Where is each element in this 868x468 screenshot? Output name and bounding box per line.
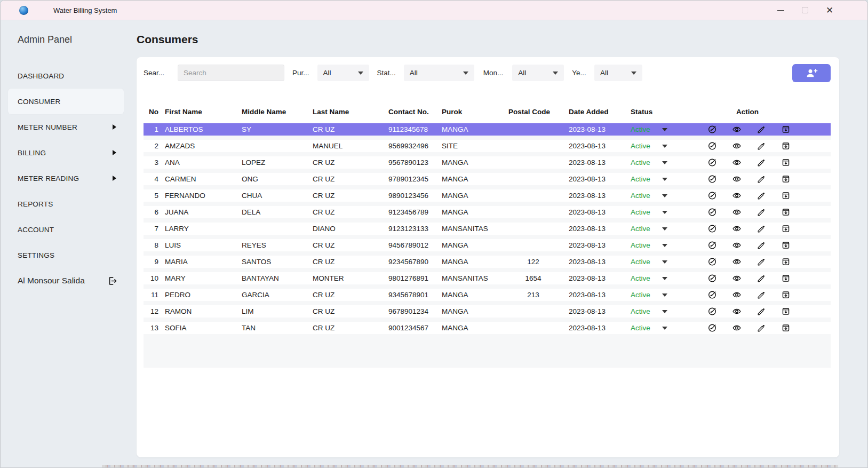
status-dropdown[interactable]: Active [631, 324, 699, 332]
table-row[interactable]: 2 AMZADS MANUEL 9569932496 SITE 2023-08-… [144, 140, 831, 156]
table-row[interactable]: 7 LARRY DIANO 9123123133 MANSANITAS 2023… [144, 223, 831, 239]
edit-pencil-icon-button[interactable] [756, 323, 766, 333]
view-eye-icon-button[interactable] [732, 141, 742, 151]
view-eye-icon-button[interactable] [732, 224, 742, 234]
view-eye-icon-button[interactable] [732, 323, 742, 333]
view-eye-icon-button[interactable] [732, 274, 742, 283]
view-eye-icon-button[interactable] [732, 241, 742, 250]
sidebar-user-logout[interactable]: Al Monsour Salida [1, 268, 124, 294]
cell-middle-name: BANTAYAN [242, 274, 313, 282]
cell-first-name: ALBERTOS [158, 125, 242, 133]
sidebar-item-dashboard[interactable]: DASHBOARD [1, 63, 124, 89]
status-dropdown[interactable]: Active [631, 307, 699, 315]
status-dropdown[interactable]: Active [631, 158, 699, 166]
view-eye-icon-button[interactable] [732, 257, 742, 267]
add-consumer-button[interactable] [792, 64, 831, 82]
table-row[interactable]: 9 MARIA SANTOS CR UZ 9234567890 MANGA 12… [144, 256, 831, 272]
meter-icon-button[interactable] [707, 158, 717, 168]
meter-icon-button[interactable] [707, 125, 717, 134]
table-row[interactable]: 4 CARMEN ONG CR UZ 9789012345 MANGA 2023… [144, 173, 831, 189]
search-input[interactable] [178, 65, 284, 81]
archive-icon-button[interactable] [781, 307, 791, 316]
archive-icon-button[interactable] [781, 141, 791, 151]
status-dropdown[interactable]: Active [631, 274, 699, 282]
meter-icon-button[interactable] [707, 241, 717, 250]
table-row[interactable]: 11 PEDRO GARCIA CR UZ 9345678901 MANGA 2… [144, 289, 831, 305]
edit-pencil-icon-button[interactable] [756, 307, 766, 316]
archive-icon-button[interactable] [781, 323, 791, 333]
table-row[interactable]: 3 ANA LOPEZ CR UZ 9567890123 MANGA 2023-… [144, 156, 831, 173]
meter-icon-button[interactable] [707, 307, 717, 316]
sidebar-item-reports[interactable]: REPORTS [1, 191, 124, 217]
status-dropdown[interactable]: Active [631, 142, 699, 150]
edit-pencil-icon-button[interactable] [756, 125, 766, 134]
archive-icon-button[interactable] [781, 158, 791, 168]
edit-pencil-icon-button[interactable] [756, 141, 766, 151]
meter-icon-button[interactable] [707, 174, 717, 184]
edit-pencil-icon-button[interactable] [756, 274, 766, 283]
table-row[interactable]: 1 ALBERTOS SY CR UZ 9112345678 MANGA 202… [144, 123, 831, 140]
edit-pencil-icon-button[interactable] [756, 241, 766, 250]
table-row[interactable]: 5 FERNANDO CHUA CR UZ 9890123456 MANGA 2… [144, 189, 831, 206]
archive-icon-button[interactable] [781, 191, 791, 201]
archive-icon-button[interactable] [781, 174, 791, 184]
status-dropdown[interactable]: Active [631, 241, 699, 249]
meter-icon-button[interactable] [707, 191, 717, 201]
meter-icon-button[interactable] [707, 290, 717, 300]
meter-icon-button[interactable] [707, 208, 717, 217]
view-eye-icon-button[interactable] [732, 307, 742, 316]
view-eye-icon-button[interactable] [732, 208, 742, 217]
close-button[interactable]: ✕ [817, 1, 842, 19]
archive-icon-button[interactable] [781, 224, 791, 234]
status-dropdown[interactable]: Active [631, 192, 699, 200]
table-row[interactable]: 13 SOFIA TAN CR UZ 9001234567 MANGA 2023… [144, 322, 831, 338]
edit-pencil-icon-button[interactable] [756, 224, 766, 234]
sidebar-item-consumer[interactable]: CONSUMER [8, 89, 124, 114]
table-row[interactable]: 6 JUANA DELA CR UZ 9123456789 MANGA 2023… [144, 206, 831, 223]
meter-icon-button[interactable] [707, 224, 717, 234]
edit-pencil-icon-button[interactable] [756, 257, 766, 267]
archive-icon-button[interactable] [781, 241, 791, 250]
edit-pencil-icon-button[interactable] [756, 208, 766, 217]
archive-icon-button[interactable] [781, 125, 791, 134]
sidebar-item-billing[interactable]: BILLING [1, 140, 124, 165]
sidebar-item-meter-reading[interactable]: METER READING [1, 165, 124, 191]
status-dropdown[interactable]: Active [631, 225, 699, 233]
sidebar-item-meter-number[interactable]: METER NUMBER [1, 114, 124, 140]
edit-pencil-icon-button[interactable] [756, 158, 766, 168]
status-dropdown[interactable]: Active [631, 258, 699, 266]
archive-icon-button[interactable] [781, 290, 791, 300]
table-row[interactable]: 8 LUIS REYES CR UZ 9456789012 MANGA 2023… [144, 239, 831, 256]
table-row[interactable]: 10 MARY BANTAYAN MONTER 9801276891 MANSA… [144, 272, 831, 289]
sidebar-item-settings[interactable]: SETTINGS [1, 242, 124, 268]
meter-icon-button[interactable] [707, 257, 717, 267]
cell-actions [699, 323, 831, 333]
purok-select[interactable]: All [317, 65, 369, 81]
status-dropdown[interactable]: Active [631, 125, 699, 133]
status-select[interactable]: All [404, 65, 474, 81]
view-eye-icon-button[interactable] [732, 191, 742, 201]
view-eye-icon-button[interactable] [732, 290, 742, 300]
view-eye-icon-button[interactable] [732, 158, 742, 168]
edit-pencil-icon-button[interactable] [756, 290, 766, 300]
archive-icon-button[interactable] [781, 274, 791, 283]
table-row[interactable]: 12 RAMON LIM CR UZ 9678901234 MANGA 2023… [144, 305, 831, 322]
status-dropdown[interactable]: Active [631, 208, 699, 216]
edit-pencil-icon-button[interactable] [756, 174, 766, 184]
view-eye-icon-button[interactable] [732, 125, 742, 134]
meter-icon-button[interactable] [707, 141, 717, 151]
year-select[interactable]: All [594, 65, 642, 81]
archive-icon-button[interactable] [781, 208, 791, 217]
maximize-button[interactable] [793, 1, 817, 19]
edit-pencil-icon-button[interactable] [756, 191, 766, 201]
status-dropdown[interactable]: Active [631, 175, 699, 183]
meter-icon-button[interactable] [707, 323, 717, 333]
month-select[interactable]: All [512, 65, 564, 81]
archive-icon-button[interactable] [781, 257, 791, 267]
sidebar-item-account[interactable]: ACCOUNT [1, 217, 124, 242]
status-dropdown[interactable]: Active [631, 291, 699, 299]
meter-icon-button[interactable] [707, 274, 717, 283]
user-name: Al Monsour Salida [18, 276, 85, 285]
view-eye-icon-button[interactable] [732, 174, 742, 184]
minimize-button[interactable] [768, 1, 793, 19]
